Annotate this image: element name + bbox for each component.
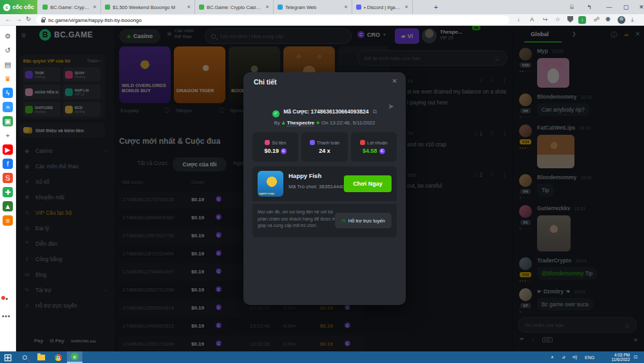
bet-timestamp: 13:22:46, 5/11/2022 <box>330 120 375 126</box>
game-info-card: HAPPY FISH Happy Fish Mã Trò chơi: 36351… <box>252 166 397 201</box>
browser-tab[interactable]: BC.Game: Crypto Casino Gan ✕ <box>39 0 101 14</box>
copy-icon[interactable]: ⧉ <box>373 108 377 115</box>
chrome-icon[interactable] <box>50 351 66 363</box>
stat-icon <box>310 140 315 145</box>
browser-addressbar: ← → ↻ bc.game/vi/game/happy-fish-by-booo… <box>0 14 644 26</box>
new-tab-button[interactable]: + <box>431 3 440 12</box>
settings-icon[interactable]: ⚙ <box>3 31 13 41</box>
browser-tab[interactable]: $1,500 Weekend Booongo M ✕ <box>101 0 195 14</box>
headset-icon: ∩ <box>341 217 346 224</box>
tray-expand-icon[interactable]: ∧ <box>551 351 554 363</box>
save-page-icon[interactable]: ↓ <box>517 16 520 23</box>
maximize-button[interactable]: ▢ <box>618 0 634 14</box>
support-note-text: Mọi vấn đề, xin vui lòng liên hệ với bộ … <box>258 209 339 230</box>
gift-icon[interactable]: ✚ <box>3 187 13 197</box>
tab-title: BC.Game: Crypto Casino Gan <box>207 5 263 10</box>
brand-label: cốc cốc <box>12 4 34 10</box>
back-icon[interactable]: ← <box>5 15 12 23</box>
coccoc-brand[interactable]: c cốc cốc <box>0 0 37 14</box>
tab-favicon <box>356 5 361 10</box>
cro-coin-icon: C <box>379 148 385 154</box>
messenger-icon[interactable]: ϟ <box>3 88 13 98</box>
stat-value: $4.58 <box>363 148 377 154</box>
stat-box: Số tiền $0.19 C <box>252 132 298 162</box>
add-icon[interactable]: + <box>3 130 13 141</box>
bet-id-row: ✓ Mã Cược: 1748636130664093824 ⧉ <box>243 108 406 117</box>
share-icon[interactable]: ↪ <box>543 16 548 23</box>
tab-restore-icon[interactable]: ↰ <box>582 0 597 14</box>
coccoc-logo-icon: c <box>3 4 10 11</box>
youtube-icon[interactable]: ▶ <box>3 144 13 155</box>
forward-icon[interactable]: → <box>15 15 22 23</box>
tab-close-icon[interactable]: ✕ <box>187 5 191 10</box>
badge-icon: ❖ <box>316 121 320 125</box>
bet-by-row: By ♟ Thespectre ❖ On 13:22:46, 5/11/2022 <box>243 120 406 126</box>
volume-icon[interactable]: ⊲) <box>572 351 577 363</box>
url-text: bc.game/vi/game/happy-fish-by-booongo <box>48 17 142 23</box>
browser-avatar[interactable] <box>618 16 625 24</box>
extension-icon[interactable]: ☍ <box>594 16 600 23</box>
stat-box: Lợi nhuận $4.58 C <box>351 132 397 162</box>
stat-value: 24 x <box>319 148 330 154</box>
bet-details-modal: Chi tiết ✕ ➤ ✓ Mã Cược: 1748636130664093… <box>243 72 406 305</box>
bookmark-star-icon[interactable]: ☆ <box>555 16 560 23</box>
tab-search-icon[interactable]: ⌸ <box>564 0 580 14</box>
tab-favicon <box>43 5 48 10</box>
browser-tab[interactable]: • Discord | #games | BC G ✕ <box>352 0 413 14</box>
bet-author-link[interactable]: Thespectre <box>287 120 315 126</box>
start-button[interactable]: ⊞ <box>0 351 15 363</box>
tab-title: BC.Game: Crypto Casino Gan <box>50 5 90 10</box>
browser-tabstrip: c cốc cốc BC.Game: Crypto Casino Gan ✕ $… <box>0 0 644 14</box>
close-window-button[interactable]: ✕ <box>634 0 644 14</box>
promo-icon[interactable]: ▲ <box>3 201 13 211</box>
browser-tab[interactable]: Telegram Web ✕ <box>274 0 352 14</box>
modal-title: Chi tiết <box>254 78 277 86</box>
shopee-icon[interactable]: S <box>3 173 13 183</box>
taskbar-clock[interactable]: 4:03 PM 11/6/2022 <box>612 353 630 362</box>
tab-favicon <box>199 5 204 10</box>
play-now-button[interactable]: Chơi Ngay <box>344 175 392 192</box>
facebook-icon[interactable]: f <box>3 159 13 169</box>
tab-close-icon[interactable]: ✕ <box>404 5 408 10</box>
live-support-button[interactable]: ∩ Hỗ trợ trực tuyến <box>335 213 392 228</box>
stat-box: Thanh toán 24 x C <box>301 132 347 162</box>
url-field[interactable]: bc.game/vi/game/happy-fish-by-booongo <box>36 15 509 25</box>
games-icon[interactable]: ▣ <box>3 116 13 126</box>
history-icon[interactable]: ↺ <box>3 45 13 55</box>
cart-icon[interactable]: ≡ <box>3 215 13 226</box>
language-indicator[interactable]: ENG <box>585 351 594 363</box>
tab-close-icon[interactable]: ✕ <box>265 5 269 10</box>
player-icon: ♟ <box>281 121 285 125</box>
minimize-button[interactable]: — <box>601 0 617 14</box>
stat-icon <box>265 140 270 145</box>
game-thumbnail[interactable]: HAPPY FISH <box>258 171 283 197</box>
screen: c cốc cốc BC.Game: Crypto Casino Gan ✕ $… <box>0 0 644 363</box>
more-icon[interactable]: ••• <box>2 313 11 320</box>
rewards-icon[interactable]: ♛ <box>3 74 13 84</box>
file-explorer-icon[interactable] <box>33 351 49 363</box>
modal-bet-id: 1748636130664093824 <box>311 108 369 115</box>
download-extension-icon[interactable]: ↓ <box>578 16 586 24</box>
profile-badge-icon[interactable]: ⚉ <box>605 16 611 23</box>
tab-close-icon[interactable]: ✕ <box>344 5 348 10</box>
tab-favicon <box>105 5 110 10</box>
newsfeed-icon[interactable]: ▤ <box>3 59 13 70</box>
windows-taskbar: ⊞ c ∧ ⊿ ⊲) ENG 4:03 PM 11/6/2022 ⊡ <box>0 351 644 363</box>
tab-close-icon[interactable]: ✕ <box>93 5 97 10</box>
taskbar-search-icon[interactable] <box>17 351 32 363</box>
modal-close-icon[interactable]: ✕ <box>392 77 397 84</box>
tab-favicon <box>278 5 283 10</box>
downloads-icon[interactable]: ⤓ <box>631 16 634 23</box>
lock-icon <box>41 19 45 23</box>
reload-icon[interactable]: ↻ <box>26 15 31 23</box>
coccoc-taskbar-icon[interactable]: c <box>67 351 82 363</box>
stat-icon <box>360 140 365 145</box>
translate-icon[interactable]: A <box>530 16 534 23</box>
coccoc-side-toolbar: ⚙ ↺ ▤ ♛ ϟ ≈ ▣ + ▶ f S ✚ <box>0 26 16 351</box>
notification-center-icon[interactable]: ⊡ <box>634 351 638 363</box>
browser-tab[interactable]: BC.Game: Crypto Casino Gan ✕ <box>195 0 274 14</box>
network-icon[interactable]: ⊿ <box>562 351 565 363</box>
shield-icon[interactable] <box>567 16 573 23</box>
media-download-icon[interactable]: ≈ <box>3 102 13 112</box>
support-note-card: Mọi vấn đề, xin vui lòng liên hệ với bộ … <box>252 204 397 237</box>
